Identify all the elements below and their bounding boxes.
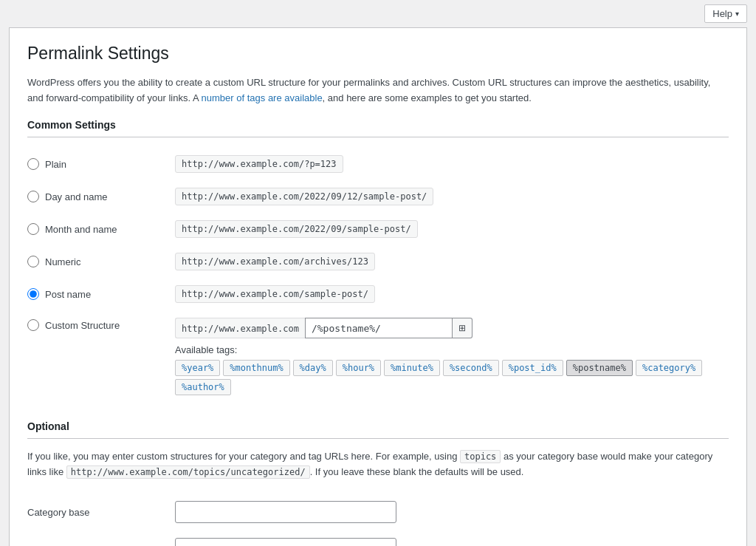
radio-text-post_name: Post name — [45, 289, 91, 300]
tag-button-hour[interactable]: %hour% — [336, 360, 381, 376]
custom-structure-radio[interactable] — [27, 319, 39, 331]
radio-row-month_and_name: Month and name http://www.example.com/20… — [27, 213, 729, 245]
radio-text-plain: Plain — [45, 159, 66, 170]
custom-structure-inputs: http://www.example.com ⊞ — [175, 318, 729, 338]
tag-button-minute[interactable]: %minute% — [384, 360, 440, 376]
url-prefix: http://www.example.com — [175, 318, 305, 338]
common-settings-title: Common Settings — [27, 119, 729, 137]
custom-structure-label: Custom Structure — [45, 320, 120, 331]
page-title: Permalink Settings — [27, 43, 729, 65]
tag-button-category[interactable]: %category% — [636, 360, 702, 376]
radio-text-month_and_name: Month and name — [45, 224, 117, 235]
tag-button-author[interactable]: %author% — [175, 379, 231, 395]
radio-row-day_and_name: Day and name http://www.example.com/2022… — [27, 180, 729, 213]
field-input-tag_base[interactable] — [175, 538, 396, 546]
available-tags-link[interactable]: number of tags are available — [202, 92, 323, 103]
intro-text-end: , and here are some examples to get you … — [323, 92, 532, 103]
tag-button-year[interactable]: %year% — [175, 360, 220, 376]
custom-structure-radio-label[interactable]: Custom Structure — [27, 319, 166, 331]
tags-container: %year%%monthnum%%day%%hour%%minute%%seco… — [175, 360, 729, 395]
radio-label-day_and_name[interactable]: Day and name — [27, 191, 166, 202]
radio-month_and_name[interactable] — [27, 223, 39, 235]
toggle-button[interactable]: ⊞ — [453, 318, 472, 338]
main-content: Permalink Settings WordPress offers you … — [9, 27, 747, 546]
top-bar: Help ▾ — [0, 0, 756, 27]
radio-row-post_name: Post name http://www.example.com/sample-… — [27, 278, 729, 310]
page-wrapper: Help ▾ Permalink Settings WordPress offe… — [0, 0, 756, 546]
optional-desc-start: If you like, you may enter custom struct… — [27, 451, 460, 462]
field-label-category_base: Category base — [27, 507, 90, 518]
help-button[interactable]: Help ▾ — [704, 4, 747, 23]
tag-button-monthnum[interactable]: %monthnum% — [223, 360, 289, 376]
url-preview-day_and_name: http://www.example.com/2022/09/12/sample… — [175, 188, 433, 205]
optional-title: Optional — [27, 420, 729, 439]
common-settings-table: Plain http://www.example.com/?p=123 Day … — [27, 148, 729, 403]
intro-paragraph: WordPress offers you the ability to crea… — [27, 75, 729, 106]
field-input-category_base[interactable] — [175, 501, 396, 523]
optional-description: If you like, you may enter custom struct… — [27, 449, 729, 480]
radio-numeric[interactable] — [27, 256, 39, 267]
radio-text-numeric: Numeric — [45, 256, 80, 267]
url-preview-plain: http://www.example.com/?p=123 — [175, 155, 343, 173]
custom-structure-input[interactable] — [305, 318, 453, 338]
radio-text-day_and_name: Day and name — [45, 191, 108, 202]
radio-plain[interactable] — [27, 158, 39, 170]
tag-button-postname[interactable]: %postname% — [566, 360, 633, 376]
tag-button-post_id[interactable]: %post_id% — [502, 360, 563, 376]
tag-button-second[interactable]: %second% — [443, 360, 499, 376]
field-label-tag_base: Tag base — [27, 544, 66, 546]
radio-post_name[interactable] — [27, 288, 39, 300]
radio-label-numeric[interactable]: Numeric — [27, 256, 166, 267]
radio-row-numeric: Numeric http://www.example.com/archives/… — [27, 245, 729, 278]
chevron-down-icon: ▾ — [735, 10, 739, 18]
radio-label-plain[interactable]: Plain — [27, 158, 166, 170]
example-url: http://www.example.com/topics/uncategori… — [66, 465, 310, 479]
url-preview-numeric: http://www.example.com/archives/123 — [175, 253, 375, 270]
optional-fields-table: Category base Tag base — [27, 494, 729, 546]
url-preview-post_name: http://www.example.com/sample-post/ — [175, 285, 375, 303]
optional-desc-end: . If you leave these blank the defaults … — [310, 466, 524, 477]
custom-structure-row: Custom Structure http://www.example.com … — [27, 310, 729, 403]
tag-button-day[interactable]: %day% — [293, 360, 333, 376]
optional-field-row-tag_base: Tag base — [27, 530, 729, 546]
radio-row-plain: Plain http://www.example.com/?p=123 — [27, 148, 729, 180]
radio-label-month_and_name[interactable]: Month and name — [27, 223, 166, 235]
example-code: topics — [460, 450, 501, 463]
help-label: Help — [712, 8, 732, 19]
radio-day_and_name[interactable] — [27, 191, 39, 202]
radio-label-post_name[interactable]: Post name — [27, 288, 166, 300]
url-preview-month_and_name: http://www.example.com/2022/09/sample-po… — [175, 220, 418, 238]
optional-field-row-category_base: Category base — [27, 494, 729, 530]
available-tags-label: Available tags: — [175, 344, 729, 355]
optional-section: Optional If you like, you may enter cust… — [27, 420, 729, 546]
